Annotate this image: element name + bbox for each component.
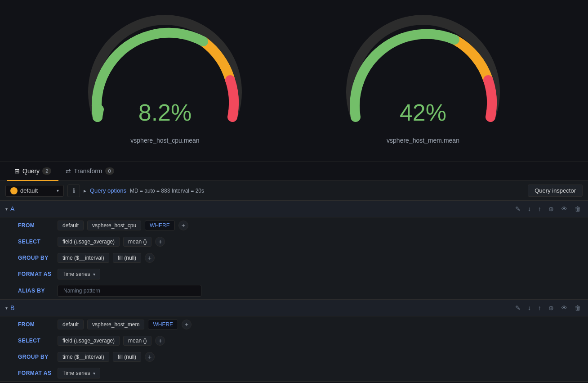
mem-gauge: 42% vsphere_host_mem.mean xyxy=(324,14,522,149)
from-label-a: FROM xyxy=(18,222,54,229)
collapse-icon-b: ▾ xyxy=(5,306,8,311)
query-a-groupby-row: GROUP BY time ($__interval) fill (null) … xyxy=(0,250,588,266)
query-options-link[interactable]: Query options xyxy=(90,187,126,194)
edit-icon-b[interactable]: ✎ xyxy=(513,303,522,312)
chevron-down-icon: ▾ xyxy=(57,188,59,193)
mem-gauge-value: 42% xyxy=(400,99,446,126)
collapse-icon-a: ▾ xyxy=(5,207,8,212)
groupby-label-b: GROUP BY xyxy=(18,354,54,360)
info-icon: ℹ xyxy=(73,187,75,194)
query-tab-label: Query xyxy=(22,167,40,175)
tab-transform[interactable]: ⇄ Transform 0 xyxy=(58,162,121,181)
move-up-icon-b[interactable]: ↑ xyxy=(536,303,543,312)
query-b-format-row: FORMAT AS Time series ▾ xyxy=(0,365,588,381)
gauge-panel: 8.2% vsphere_host_cpu.mean 42% vsphere_h… xyxy=(0,0,588,162)
select-field-a[interactable]: field (usage_average) xyxy=(58,237,120,247)
select-field-b[interactable]: field (usage_average) xyxy=(58,336,120,346)
where-add-btn-b[interactable]: + xyxy=(182,320,192,329)
query-inspector-button[interactable]: Query inspector xyxy=(528,185,583,197)
group-time-a[interactable]: time ($__interval) xyxy=(58,253,109,263)
where-keyword-b[interactable]: WHERE xyxy=(148,320,178,329)
select-label-a: SELECT xyxy=(18,239,54,245)
select-fn-b[interactable]: mean () xyxy=(123,336,151,346)
query-a-actions: ✎ ↓ ↑ ⊕ 👁 🗑 xyxy=(513,204,583,213)
group-fill-b[interactable]: fill (null) xyxy=(113,352,141,362)
group-add-btn-a[interactable]: + xyxy=(145,253,155,263)
cpu-gauge-value: 8.2% xyxy=(138,99,192,126)
copy-icon-b[interactable]: ⊕ xyxy=(547,303,556,312)
select-add-btn-a[interactable]: + xyxy=(155,237,165,247)
group-time-b[interactable]: time ($__interval) xyxy=(58,352,109,362)
format-arrow-icon-b: ▾ xyxy=(93,371,95,376)
groupby-label-a: GROUP BY xyxy=(18,255,54,261)
group-fill-a[interactable]: fill (null) xyxy=(113,253,141,263)
format-value-b: Time series xyxy=(62,370,90,376)
move-up-icon-a[interactable]: ↑ xyxy=(536,204,543,213)
transform-icon: ⇄ xyxy=(66,167,71,175)
delete-icon-b[interactable]: 🗑 xyxy=(573,303,583,312)
move-down-icon-a[interactable]: ↓ xyxy=(526,204,533,213)
expand-chevron-icon: ▸ xyxy=(84,188,86,194)
query-b-groupby-row: GROUP BY time ($__interval) fill (null) … xyxy=(0,349,588,365)
query-section-b-title: B xyxy=(10,304,14,311)
copy-icon-a[interactable]: ⊕ xyxy=(547,204,556,213)
tabs-bar: ⊞ Query 2 ⇄ Transform 0 xyxy=(0,162,588,181)
query-tab-badge: 2 xyxy=(42,167,51,175)
cpu-gauge-label: vsphere_host_cpu.mean xyxy=(130,137,199,144)
where-keyword-a[interactable]: WHERE xyxy=(145,221,175,230)
query-options-meta: MD = auto = 883 Interval = 20s xyxy=(130,188,204,194)
from-db-a[interactable]: default xyxy=(58,221,84,230)
where-add-btn-a[interactable]: + xyxy=(178,221,188,230)
query-a-select-row: SELECT field (usage_average) mean () + xyxy=(0,234,588,250)
tab-query[interactable]: ⊞ Query 2 xyxy=(7,162,58,181)
select-add-btn-b[interactable]: + xyxy=(155,336,165,346)
hide-icon-a[interactable]: 👁 xyxy=(559,204,569,213)
hide-icon-b[interactable]: 👁 xyxy=(559,303,569,312)
select-fn-a[interactable]: mean () xyxy=(123,237,151,247)
query-b-from-row: FROM default vsphere_host_mem WHERE + xyxy=(0,316,588,333)
mem-gauge-label: vsphere_host_mem.mean xyxy=(387,137,459,144)
edit-icon-a[interactable]: ✎ xyxy=(513,204,522,213)
transform-tab-label: Transform xyxy=(74,167,102,175)
format-arrow-icon-a: ▾ xyxy=(93,272,95,277)
query-section-b-header[interactable]: ▾ B ✎ ↓ ↑ ⊕ 👁 🗑 xyxy=(0,300,588,316)
move-down-icon-b[interactable]: ↓ xyxy=(526,303,533,312)
from-table-a[interactable]: vsphere_host_cpu xyxy=(87,221,141,230)
cpu-gauge: 8.2% vsphere_host_cpu.mean xyxy=(66,14,264,149)
format-select-a[interactable]: Time series ▾ xyxy=(58,269,100,279)
delete-icon-a[interactable]: 🗑 xyxy=(573,204,583,213)
query-section-a: ▾ A ✎ ↓ ↑ ⊕ 👁 🗑 FROM default vsphere_hos… xyxy=(0,201,588,300)
from-table-b[interactable]: vsphere_host_mem xyxy=(87,320,144,329)
query-a-from-row: FROM default vsphere_host_cpu WHERE + xyxy=(0,217,588,234)
query-section-a-header[interactable]: ▾ A ✎ ↓ ↑ ⊕ 👁 🗑 xyxy=(0,201,588,217)
format-label-a: FORMAT AS xyxy=(18,271,54,277)
from-db-b[interactable]: default xyxy=(58,320,84,329)
query-section-b: ▾ B ✎ ↓ ↑ ⊕ 👁 🗑 FROM default vsphere_hos… xyxy=(0,300,588,382)
query-b-actions: ✎ ↓ ↑ ⊕ 👁 🗑 xyxy=(513,303,583,312)
format-label-b: FORMAT AS xyxy=(18,370,54,376)
datasource-label: default xyxy=(20,187,38,194)
query-a-alias-row: ALIAS BY xyxy=(0,282,588,299)
query-b-select-row: SELECT field (usage_average) mean () + xyxy=(0,333,588,349)
group-add-btn-b[interactable]: + xyxy=(145,352,155,362)
database-icon: ⊞ xyxy=(14,167,20,175)
datasource-icon xyxy=(10,187,18,194)
alias-input-a[interactable] xyxy=(58,285,201,297)
query-options-label: Query options xyxy=(90,187,126,194)
datasource-selector[interactable]: default ▾ xyxy=(5,185,64,197)
info-button[interactable]: ℹ xyxy=(67,185,80,197)
query-a-format-row: FORMAT AS Time series ▾ xyxy=(0,266,588,282)
select-label-b: SELECT xyxy=(18,338,54,344)
query-section-a-title: A xyxy=(10,205,14,212)
format-select-b[interactable]: Time series ▾ xyxy=(58,368,100,378)
query-options-bar: default ▾ ℹ ▸ Query options MD = auto = … xyxy=(0,181,588,201)
alias-label-a: ALIAS BY xyxy=(18,288,54,294)
transform-tab-badge: 0 xyxy=(105,167,114,175)
from-label-b: FROM xyxy=(18,321,54,328)
format-value-a: Time series xyxy=(62,271,90,277)
